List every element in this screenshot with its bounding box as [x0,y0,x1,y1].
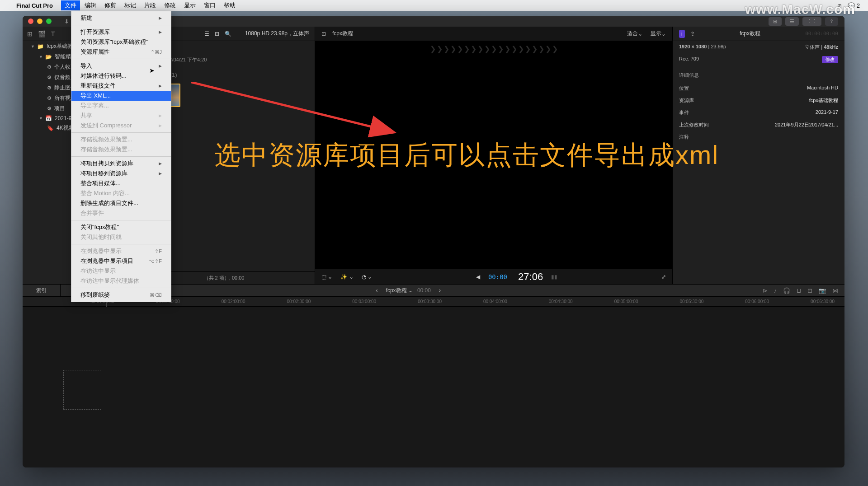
menu-delete-generated[interactable]: 删除生成的项目文件... [71,198,171,208]
inspector-modify-tag[interactable]: 修改 [822,56,838,63]
search-icon[interactable]: 🔍 [225,31,231,37]
library-tab-icon[interactable]: ⊞ [27,30,33,37]
menu-copy-to-library[interactable]: 将项目拷贝到资源库 [71,159,171,168]
menu-export-subtitle: 导出字幕... [71,101,171,111]
menu-reveal-browser: 在浏览器中显示⇧F [71,246,171,256]
tl-capture-icon[interactable]: 📷 [819,287,826,294]
tl-effects-icon[interactable]: ⋈ [832,287,838,294]
menu-clip[interactable]: 片段 [144,1,156,9]
ruler-mark: 00:06:30:00 [811,299,835,304]
loc-label: 位置 [679,85,689,92]
menu-relink[interactable]: 重新链接文件 [71,81,171,91]
filmstrip-icon[interactable]: ⊟ [215,31,219,37]
file-menu-dropdown: 新建 打开资源库 关闭资源库"fcpx基础教程" 资源库属性⌃⌘J 导入 对媒体… [71,11,171,302]
ruler-mark: 00:04:00:00 [483,299,507,304]
play-next-icon[interactable]: ▮▮ [551,274,557,280]
tl-view-icon[interactable]: ⊡ [807,287,812,294]
ruler-mark: 00:03:00:00 [352,299,376,304]
menu-edit[interactable]: 编辑 [85,1,96,9]
viewer-fit[interactable]: 适合 [627,30,638,37]
wechat-badge: 2 [857,2,860,9]
inspector-colorspace: Rec. 709 [679,56,699,63]
inspector-audio: 立体声 [805,44,820,50]
inspector-fps: 23.98p [711,44,726,49]
timeline-prev-icon[interactable]: ‹ [376,287,378,294]
menu-open-library[interactable]: 打开资源库 [71,27,171,37]
app-name[interactable]: Final Cut Pro [16,2,53,9]
menu-close-library[interactable]: 关闭资源库"fcpx基础教程" [71,37,171,47]
browser-format: 1080p HD 23.98p，立体声 [245,30,309,37]
menu-library-properties[interactable]: 资源库属性⌃⌘J [71,47,171,57]
menu-new[interactable]: 新建 [71,13,171,23]
menu-close-other-timelines: 关闭其他时间线 [71,232,171,242]
viewer-tc-main: 27:06 [518,271,543,283]
clip-appearance-icon[interactable]: ☰ [204,31,209,37]
photos-tab-icon[interactable]: 🎬 [38,30,46,37]
viewer-title: fcpx教程 [332,30,353,37]
lib-value: fcpx基础教程 [809,97,838,104]
transform-tool-icon[interactable]: ⬚ ⌄ [321,274,332,280]
share-tab-icon[interactable]: ⇪ [690,31,695,37]
layout-grid-button[interactable]: ⊞ [769,17,782,26]
inspector-resolution: 1920 × 1080 [679,44,707,49]
menu-reveal-finder: 在访达中显示 [71,266,171,276]
menu-merge-event: 合并事件 [71,208,171,218]
window-minimize-button[interactable] [37,19,42,24]
window-close-button[interactable] [28,19,33,24]
share-button[interactable]: ⇪ [825,17,838,26]
menu-mark[interactable]: 标记 [124,1,136,9]
window-zoom-button[interactable] [46,19,52,24]
menu-share: 共享 [71,111,171,121]
ruler-mark: 00:04:30:00 [549,299,573,304]
menu-move-to-library[interactable]: 将项目移到资源库 [71,168,171,178]
menu-trim[interactable]: 修剪 [104,1,116,9]
loc-value: Macintosh HD [807,85,838,92]
inspector-details-header: 详细信息 [673,68,844,82]
menu-save-vfx: 存储视频效果预置... [71,135,171,145]
skimming-icon[interactable]: ⊳ [763,287,768,294]
ruler-mark: 00:03:30:00 [418,299,442,304]
inspector-timecode: 00:00:00:00 [805,31,838,37]
menu-export-xml[interactable]: 导出 XML... [71,91,171,101]
snap-icon[interactable]: ⊔ [797,287,801,294]
menu-view[interactable]: 显示 [184,1,196,9]
timeline-next-icon[interactable]: › [439,287,441,294]
solo-icon[interactable]: 🎧 [783,287,790,294]
menu-import[interactable]: 导入 [71,61,171,71]
menu-file[interactable]: 文件 [61,0,80,10]
enhance-tool-icon[interactable]: ✨ ⌄ [340,274,353,280]
ruler-mark: 00:06:00:00 [745,299,769,304]
menu-help[interactable]: 帮助 [224,1,236,9]
timeline-name[interactable]: fcpx教程 [386,287,407,294]
import-icon[interactable]: ⬇ [64,18,69,25]
menu-reveal-project-browser[interactable]: 在浏览器中显示项目⌥⇧F [71,256,171,266]
menu-consolidate[interactable]: 整合项目媒体... [71,178,171,188]
viewer-tc-pre: 00:00 [488,273,507,280]
angle-icon[interactable]: ⊡ [321,31,326,37]
menu-transcode[interactable]: 对媒体进行转码... [71,71,171,81]
event-value: 2021-9-17 [816,109,838,116]
audio-skim-icon[interactable]: ♪ [774,287,777,294]
menu-send-compressor: 发送到 Compressor [71,121,171,131]
timeline-tc: 00:00 [417,287,431,294]
lib-label: 资源库 [679,97,694,104]
menu-window[interactable]: 窗口 [204,1,216,9]
fullscreen-icon[interactable]: ⤢ [661,274,666,280]
ruler-mark: 00:02:30:00 [287,299,311,304]
timeline-body[interactable] [23,307,844,467]
viewer-view[interactable]: 显示 [651,30,661,37]
layout-filmstrip-button[interactable]: ⋮⋮ [802,17,821,26]
play-prev-icon[interactable]: ◀ [476,274,480,280]
menu-close-project[interactable]: 关闭"fcpx教程" [71,222,171,232]
watermark-text: www.MacW.com [745,2,855,17]
timeline-index-button[interactable]: 索引 [23,284,61,297]
menu-trash[interactable]: 移到废纸篓⌘⌫ [71,290,171,300]
titles-tab-icon[interactable]: T [51,30,55,37]
menu-save-afx: 存储音频效果预置... [71,145,171,154]
info-tab-icon[interactable]: i [679,30,685,38]
ruler-mark: 00:05:30:00 [679,299,703,304]
retime-tool-icon[interactable]: ◔ ⌄ [362,274,372,280]
menu-modify[interactable]: 修改 [164,1,176,9]
layout-list-button[interactable]: ☰ [785,17,799,26]
cursor-icon: ➤ [149,67,155,74]
